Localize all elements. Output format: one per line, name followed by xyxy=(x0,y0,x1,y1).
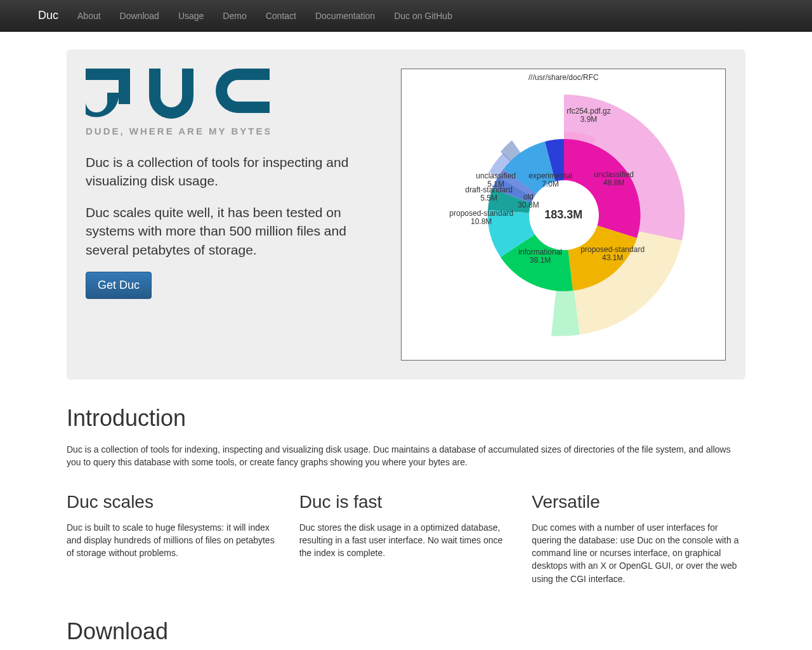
hero-lead-1: Duc is a collection of tools for inspect… xyxy=(86,153,382,190)
label-unclassified-big: unclassified48.8M xyxy=(594,171,634,187)
nav-demo[interactable]: Demo xyxy=(213,1,256,30)
nav-usage[interactable]: Usage xyxy=(169,1,213,30)
logo-tagline: DUDE, WHERE ARE MY BYTES xyxy=(86,126,270,136)
navbar: Duc About Download Usage Demo Contact Do… xyxy=(0,0,812,32)
nav-github[interactable]: Duc on GitHub xyxy=(384,1,462,30)
feature-fast-heading: Duc is fast xyxy=(299,492,513,512)
label-unclassified-small: unclassified5.1M xyxy=(476,172,516,189)
svg-rect-1 xyxy=(119,69,130,104)
label-proposed-standard-2: proposed-standard10.8M xyxy=(449,209,513,226)
nav-brand[interactable]: Duc xyxy=(38,0,68,32)
intro-heading: Introduction xyxy=(67,405,745,432)
feature-fast-text: Duc stores the disk usage in a optimized… xyxy=(299,521,513,560)
feature-fast: Duc is fast Duc stores the disk usage in… xyxy=(299,477,513,593)
feature-versatile-heading: Versatile xyxy=(532,492,745,512)
nav-documentation[interactable]: Documentation xyxy=(306,1,384,30)
logo-icon: DUDE, WHERE ARE MY BYTES xyxy=(86,69,270,138)
intro-paragraph: Duc is a collection of tools for indexin… xyxy=(67,443,745,469)
feature-versatile: Versatile Duc comes with a number of use… xyxy=(532,477,745,593)
logo: DUDE, WHERE ARE MY BYTES xyxy=(86,69,382,140)
feature-scales: Duc scales Duc is built to scale to huge… xyxy=(67,477,280,593)
chart-center-value: 183.3M xyxy=(544,208,582,222)
hero-lead-2: Duc scales quite well, it has been teste… xyxy=(86,203,382,259)
hero: DUDE, WHERE ARE MY BYTES Duc is a collec… xyxy=(67,50,745,380)
feature-versatile-text: Duc comes with a number of user interfac… xyxy=(532,521,745,585)
label-proposed-standard-1: proposed-standard43.1M xyxy=(580,246,645,262)
nav-about[interactable]: About xyxy=(68,1,110,30)
nav-download[interactable]: Download xyxy=(110,1,169,30)
sunburst-chart: ///usr/share/doc/RFC xyxy=(401,69,726,361)
nav-contact[interactable]: Contact xyxy=(256,1,306,30)
label-rfc254: rfc254.pdf.gz3.9M xyxy=(566,107,610,124)
feature-scales-heading: Duc scales xyxy=(67,492,280,512)
label-old: old30.8M xyxy=(518,193,539,209)
download-heading: Download xyxy=(67,618,745,645)
feature-row: Duc scales Duc is built to scale to huge… xyxy=(67,477,745,593)
label-experimental: experimental7.0M xyxy=(528,172,572,189)
get-duc-button[interactable]: Get Duc xyxy=(86,272,152,299)
chart-title: ///usr/share/doc/RFC xyxy=(402,73,725,82)
label-informational: informational39.1M xyxy=(518,248,562,265)
feature-scales-text: Duc is built to scale to huge filesystem… xyxy=(67,521,280,560)
